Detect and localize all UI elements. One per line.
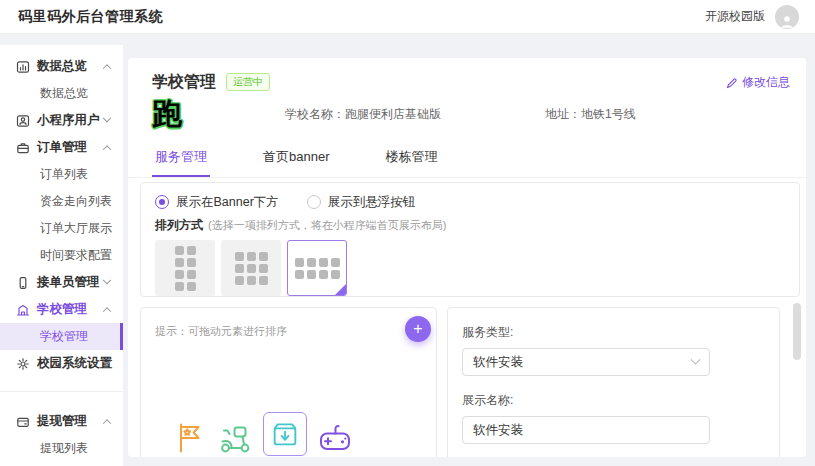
withdraw-management-icon [16,415,30,429]
display-name-label: 展示名称: [462,392,763,409]
app-window: 码里码外后台管理系统 开源校园版 数据总览 数据总览 小程序用户 订单管理 订单… [0,0,815,466]
main-content-card: 学校管理 运营中 修改信息 跑 学校名称：跑腿便利店基础版 地址：地铁1号线 服… [128,58,806,457]
scooter-icon[interactable] [217,420,253,456]
gamepad-icon[interactable] [317,420,353,456]
sidebar-subitem-time-requirement-config[interactable]: 时间要求配置 [0,242,123,269]
chevron-up-icon [103,307,111,315]
school-management-icon [16,303,30,317]
install-box-icon[interactable] [263,412,307,456]
school-header: 学校管理 运营中 修改信息 跑 学校名称：跑腿便利店基础版 地址：地铁1号线 [128,58,806,146]
tab-bar: 服务管理 首页banner 楼栋管理 [128,146,806,178]
person-icon [779,13,795,29]
layout-option-3-cols[interactable] [221,240,281,296]
sidebar-subitem-data-overview[interactable]: 数据总览 [0,80,123,107]
data-overview-icon [16,60,30,74]
edition-label: 开源校园版 [705,8,765,25]
user-avatar[interactable] [775,5,799,29]
school-address: 地址：地铁1号线 [545,106,636,123]
service-editor-section: 提示：可拖动元素进行排序 + [140,307,800,457]
chevron-down-icon [691,354,701,364]
courier-management-icon [16,276,30,290]
status-badge: 运营中 [226,73,270,91]
school-logo: 跑 [152,99,285,129]
sidebar-item-withdraw-management[interactable]: 提现管理 [0,408,123,435]
chevron-up-icon [103,64,111,72]
layout-options [155,240,785,296]
sidebar-item-miniprogram-users[interactable]: 小程序用户 [0,107,123,134]
display-name-input[interactable] [462,416,710,444]
service-form-panel: 服务类型: 软件安装 展示名称: 展示图标: [447,307,780,457]
order-management-icon [16,141,30,155]
tab-home-banner[interactable]: 首页banner [260,148,332,177]
drag-tip: 提示：可拖动元素进行排序 [155,324,287,339]
sidebar-divider [0,391,123,392]
display-settings-section: 展示在Banner下方 展示到悬浮按钮 排列方式 (选择一项排列方式，将在小程序… [140,182,800,297]
radio-unselected-icon [307,195,321,209]
page-title: 学校管理 [152,72,216,93]
sidebar-subitem-order-hall-display[interactable]: 订单大厅展示 [0,215,123,242]
chevron-down-icon [103,275,111,283]
sidebar-subitem-school-management[interactable]: 学校管理 [0,323,123,350]
chevron-down-icon [103,113,111,121]
chevron-up-icon [103,145,111,153]
service-sort-panel: 提示：可拖动元素进行排序 + [140,307,437,457]
arrangement-hint: (选择一项排列方式，将在小程序端首页展示布局) [208,218,446,233]
app-title: 码里码外后台管理系统 [18,8,163,26]
campus-settings-icon [16,357,30,371]
tab-service-management[interactable]: 服务管理 [152,148,210,177]
sidebar-item-courier-management[interactable]: 接单员管理 [0,269,123,296]
service-type-select[interactable]: 软件安装 [462,348,710,376]
layout-option-4-cols[interactable] [287,240,347,296]
flag-icon[interactable] [171,420,207,456]
service-type-label: 服务类型: [462,324,763,341]
radio-show-floating-button[interactable]: 展示到悬浮按钮 [307,194,416,211]
tab-building-management[interactable]: 楼栋管理 [382,148,440,177]
edit-info-link[interactable]: 修改信息 [726,74,790,91]
sidebar-subitem-fund-flow-list[interactable]: 资金走向列表 [0,188,123,215]
radio-selected-icon [155,195,169,209]
vertical-scrollbar-thumb[interactable] [793,303,801,360]
sidebar-subitem-order-list[interactable]: 订单列表 [0,161,123,188]
miniprogram-user-icon [16,114,30,128]
add-service-button[interactable]: + [405,316,431,342]
chevron-up-icon [103,419,111,427]
service-icon-list [171,412,353,456]
pencil-icon [726,77,738,89]
layout-option-2-cols[interactable] [155,240,215,296]
sidebar-item-school-management[interactable]: 学校管理 [0,296,123,323]
sidebar-item-campus-settings[interactable]: 校园系统设置 [0,350,123,377]
sidebar-item-order-management[interactable]: 订单管理 [0,134,123,161]
arrangement-label: 排列方式 [155,217,203,234]
top-bar: 码里码外后台管理系统 开源校园版 [0,0,815,34]
sidebar-item-data-overview[interactable]: 数据总览 [0,53,123,80]
school-name: 学校名称：跑腿便利店基础版 [285,106,545,123]
sidebar: 数据总览 数据总览 小程序用户 订单管理 订单列表 资金走向列表 订单大厅展示 … [0,45,123,466]
sidebar-subitem-withdraw-list[interactable]: 提现列表 [0,435,123,462]
radio-show-under-banner[interactable]: 展示在Banner下方 [155,194,279,211]
